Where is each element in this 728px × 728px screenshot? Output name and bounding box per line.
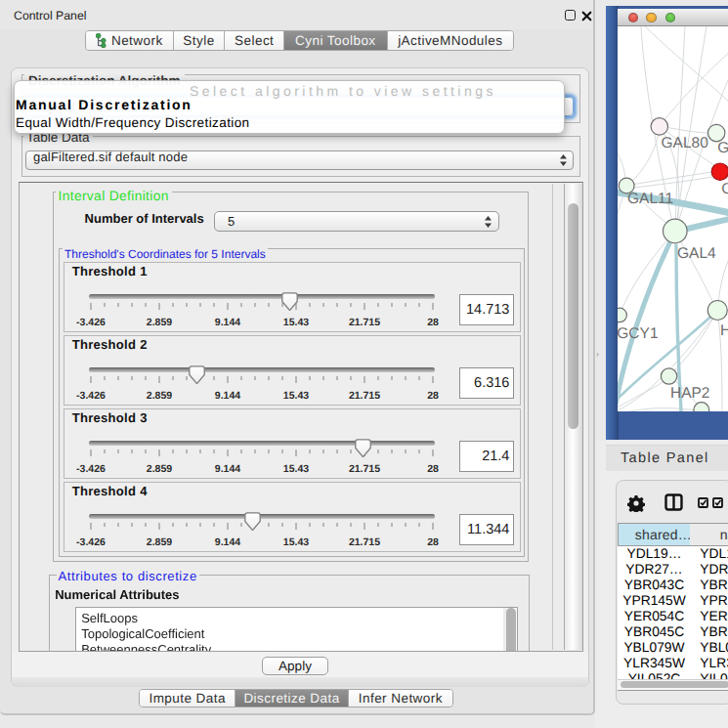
- svg-text:C: C: [721, 181, 728, 197]
- svg-text:H: H: [720, 322, 728, 339]
- svg-text:GCY1: GCY1: [618, 325, 659, 342]
- svg-text:HAP2: HAP2: [670, 385, 710, 402]
- svg-text:GA: GA: [717, 140, 728, 156]
- svg-text:GAL11: GAL11: [627, 191, 673, 207]
- svg-text:GAL80: GAL80: [662, 135, 709, 151]
- svg-text:GAL4: GAL4: [677, 245, 716, 262]
